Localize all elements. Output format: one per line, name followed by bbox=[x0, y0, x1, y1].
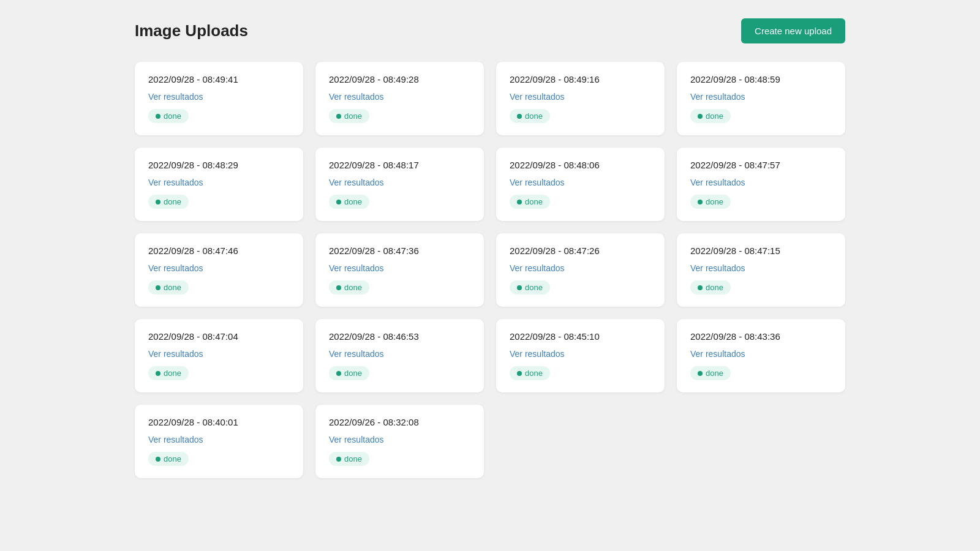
card-timestamp: 2022/09/28 - 08:49:28 bbox=[329, 74, 470, 84]
status-dot-icon bbox=[336, 457, 341, 462]
status-dot-icon bbox=[698, 371, 703, 376]
status-label: done bbox=[164, 111, 181, 121]
upload-card: 2022/09/28 - 08:49:28Ver resultadosdone bbox=[315, 62, 484, 135]
status-badge: done bbox=[148, 366, 189, 380]
ver-resultados-link[interactable]: Ver resultados bbox=[329, 435, 470, 444]
card-timestamp: 2022/09/28 - 08:48:17 bbox=[329, 160, 470, 170]
upload-card: 2022/09/28 - 08:43:36Ver resultadosdone bbox=[677, 319, 845, 392]
ver-resultados-link[interactable]: Ver resultados bbox=[690, 178, 832, 187]
status-badge: done bbox=[690, 366, 731, 380]
status-dot-icon bbox=[336, 114, 341, 119]
status-badge: done bbox=[510, 195, 550, 209]
ver-resultados-link[interactable]: Ver resultados bbox=[148, 178, 290, 187]
card-timestamp: 2022/09/28 - 08:45:10 bbox=[510, 331, 651, 342]
status-label: done bbox=[525, 283, 543, 292]
ver-resultados-link[interactable]: Ver resultados bbox=[510, 178, 651, 187]
upload-card: 2022/09/28 - 08:47:36Ver resultadosdone bbox=[315, 233, 484, 307]
status-dot-icon bbox=[517, 285, 522, 290]
ver-resultados-link[interactable]: Ver resultados bbox=[329, 92, 470, 102]
page-title: Image Uploads bbox=[135, 21, 248, 40]
status-badge: done bbox=[510, 280, 550, 294]
upload-card: 2022/09/28 - 08:47:57Ver resultadosdone bbox=[677, 148, 845, 221]
status-label: done bbox=[344, 111, 362, 121]
ver-resultados-link[interactable]: Ver resultados bbox=[690, 349, 832, 359]
upload-card: 2022/09/28 - 08:47:15Ver resultadosdone bbox=[677, 233, 845, 307]
upload-card: 2022/09/28 - 08:48:59Ver resultadosdone bbox=[677, 62, 845, 135]
status-badge: done bbox=[690, 280, 731, 294]
status-dot-icon bbox=[156, 285, 160, 290]
status-badge: done bbox=[148, 195, 189, 209]
ver-resultados-link[interactable]: Ver resultados bbox=[329, 178, 470, 187]
status-label: done bbox=[706, 197, 723, 206]
upload-card: 2022/09/28 - 08:48:29Ver resultadosdone bbox=[135, 148, 303, 221]
status-dot-icon bbox=[336, 285, 341, 290]
upload-card: 2022/09/28 - 08:48:06Ver resultadosdone bbox=[496, 148, 665, 221]
card-timestamp: 2022/09/28 - 08:43:36 bbox=[690, 331, 832, 342]
card-timestamp: 2022/09/28 - 08:48:29 bbox=[148, 160, 290, 170]
status-label: done bbox=[164, 454, 181, 463]
ver-resultados-link[interactable]: Ver resultados bbox=[329, 349, 470, 359]
status-label: done bbox=[525, 369, 543, 378]
card-timestamp: 2022/09/28 - 08:47:36 bbox=[329, 246, 470, 256]
card-timestamp: 2022/09/28 - 08:47:04 bbox=[148, 331, 290, 342]
card-timestamp: 2022/09/28 - 08:49:16 bbox=[510, 74, 651, 84]
ver-resultados-link[interactable]: Ver resultados bbox=[690, 263, 832, 273]
status-dot-icon bbox=[156, 371, 160, 376]
card-timestamp: 2022/09/28 - 08:49:41 bbox=[148, 74, 290, 84]
cards-grid: 2022/09/28 - 08:49:41Ver resultadosdone2… bbox=[135, 62, 845, 478]
status-dot-icon bbox=[156, 200, 160, 204]
status-label: done bbox=[706, 283, 723, 292]
ver-resultados-link[interactable]: Ver resultados bbox=[510, 92, 651, 102]
status-badge: done bbox=[148, 280, 189, 294]
card-timestamp: 2022/09/28 - 08:48:59 bbox=[690, 74, 832, 84]
status-dot-icon bbox=[336, 371, 341, 376]
status-badge: done bbox=[329, 195, 369, 209]
status-label: done bbox=[164, 283, 181, 292]
status-dot-icon bbox=[698, 200, 703, 204]
ver-resultados-link[interactable]: Ver resultados bbox=[329, 263, 470, 273]
status-label: done bbox=[344, 197, 362, 206]
status-label: done bbox=[344, 283, 362, 292]
status-dot-icon bbox=[517, 371, 522, 376]
ver-resultados-link[interactable]: Ver resultados bbox=[510, 349, 651, 359]
status-badge: done bbox=[329, 452, 369, 466]
ver-resultados-link[interactable]: Ver resultados bbox=[148, 349, 290, 359]
upload-card: 2022/09/28 - 08:47:04Ver resultadosdone bbox=[135, 319, 303, 392]
status-dot-icon bbox=[698, 114, 703, 119]
ver-resultados-link[interactable]: Ver resultados bbox=[148, 92, 290, 102]
upload-card: 2022/09/28 - 08:49:41Ver resultadosdone bbox=[135, 62, 303, 135]
status-label: done bbox=[164, 197, 181, 206]
ver-resultados-link[interactable]: Ver resultados bbox=[690, 92, 832, 102]
page-header: Image Uploads Create new upload bbox=[135, 18, 845, 43]
status-dot-icon bbox=[336, 200, 341, 204]
status-dot-icon bbox=[156, 114, 160, 119]
status-label: done bbox=[706, 111, 723, 121]
upload-card: 2022/09/28 - 08:40:01Ver resultadosdone bbox=[135, 405, 303, 478]
status-badge: done bbox=[510, 109, 550, 123]
status-dot-icon bbox=[698, 285, 703, 290]
status-dot-icon bbox=[156, 457, 160, 462]
status-dot-icon bbox=[517, 114, 522, 119]
card-timestamp: 2022/09/28 - 08:48:06 bbox=[510, 160, 651, 170]
status-label: done bbox=[525, 111, 543, 121]
card-timestamp: 2022/09/28 - 08:40:01 bbox=[148, 417, 290, 427]
ver-resultados-link[interactable]: Ver resultados bbox=[148, 263, 290, 273]
status-badge: done bbox=[329, 280, 369, 294]
status-dot-icon bbox=[517, 200, 522, 204]
upload-card: 2022/09/28 - 08:45:10Ver resultadosdone bbox=[496, 319, 665, 392]
card-timestamp: 2022/09/28 - 08:47:15 bbox=[690, 246, 832, 256]
card-timestamp: 2022/09/28 - 08:47:26 bbox=[510, 246, 651, 256]
status-badge: done bbox=[510, 366, 550, 380]
status-label: done bbox=[344, 369, 362, 378]
upload-card: 2022/09/28 - 08:48:17Ver resultadosdone bbox=[315, 148, 484, 221]
upload-card: 2022/09/26 - 08:32:08Ver resultadosdone bbox=[315, 405, 484, 478]
card-timestamp: 2022/09/28 - 08:46:53 bbox=[329, 331, 470, 342]
status-badge: done bbox=[148, 109, 189, 123]
ver-resultados-link[interactable]: Ver resultados bbox=[510, 263, 651, 273]
status-label: done bbox=[344, 454, 362, 463]
upload-card: 2022/09/28 - 08:47:46Ver resultadosdone bbox=[135, 233, 303, 307]
status-label: done bbox=[164, 369, 181, 378]
create-upload-button[interactable]: Create new upload bbox=[741, 18, 845, 43]
status-badge: done bbox=[329, 366, 369, 380]
ver-resultados-link[interactable]: Ver resultados bbox=[148, 435, 290, 444]
